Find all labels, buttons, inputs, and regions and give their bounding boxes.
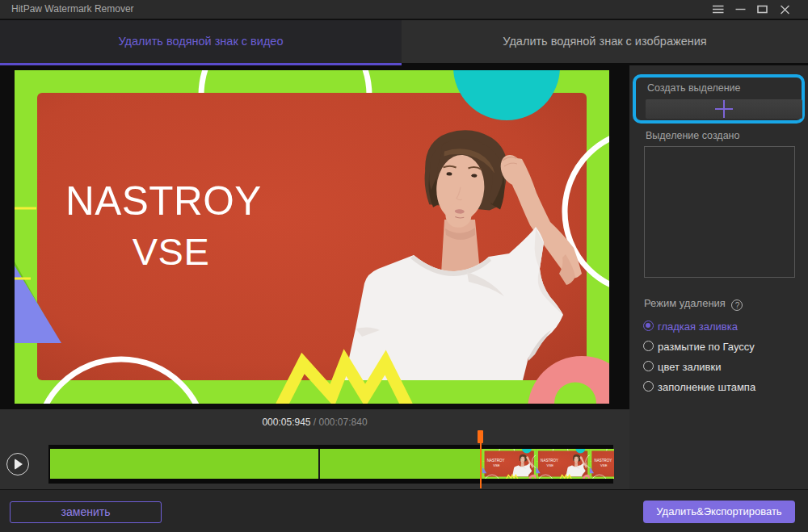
- svg-text:NASTROY: NASTROY: [65, 178, 262, 223]
- svg-text:VSE: VSE: [133, 230, 210, 273]
